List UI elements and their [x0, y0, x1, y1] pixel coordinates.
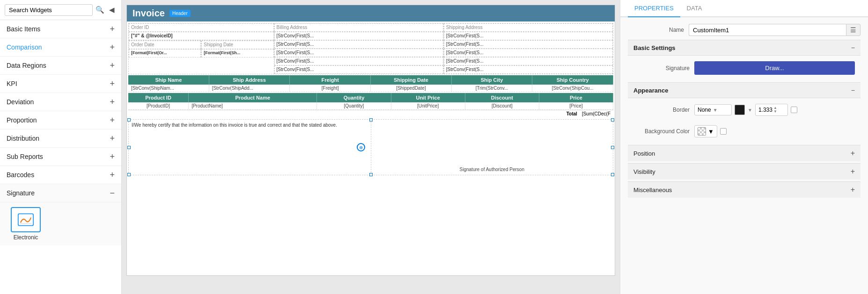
border-style-value: None [698, 107, 711, 113]
border-color-swatch[interactable] [735, 105, 745, 115]
order-date-label: Order Date [129, 41, 201, 49]
border-width-down[interactable]: ▼ [773, 110, 777, 114]
border-label: Border [633, 107, 690, 113]
border-width-input[interactable]: 1.333 ▲ ▼ [755, 104, 788, 116]
sidebar-item-sub-reports[interactable]: Sub Reports + [0, 148, 121, 166]
visibility-row[interactable]: Visibility + [628, 163, 861, 179]
move-handle[interactable]: ⊕ [357, 143, 365, 151]
sidebar-item-proportion[interactable]: Proportion + [0, 111, 121, 129]
sidebar-item-basic-items[interactable]: Basic Items + [0, 20, 121, 38]
selection-handle-bl[interactable] [127, 173, 131, 176]
background-color-label: Background Color [633, 128, 690, 135]
th-freight: Freight [290, 75, 371, 85]
selection-handle-tl[interactable] [127, 118, 131, 122]
search-input[interactable] [5, 4, 93, 16]
selection-handle-ml[interactable] [127, 146, 131, 149]
miscellaneous-expand-icon: + [851, 186, 855, 194]
billing-val-4: [StrConv(First(S... [274, 65, 443, 74]
border-color-chevron[interactable]: ▼ [748, 108, 752, 113]
sidebar-item-comparison[interactable]: Comparison + [0, 38, 121, 57]
right-panel: PROPERTIES DATA Name ☰ Basic Settings − … [620, 0, 868, 294]
border-checkbox[interactable] [791, 107, 797, 113]
sidebar-collapse-button[interactable]: ◀ [107, 4, 117, 16]
order-date-section: Order Date [Format(First(Or... [129, 41, 201, 57]
appearance-collapse-icon: − [851, 86, 855, 94]
sidebar-item-signature[interactable]: Signature − [0, 184, 121, 202]
sidebar-item-data-regions[interactable]: Data Regions + [0, 57, 121, 75]
name-section: Name ☰ [628, 24, 861, 36]
tab-data[interactable]: DATA [680, 0, 709, 17]
invoice-title: Invoice [132, 8, 165, 19]
background-color-button[interactable]: ▼ [694, 125, 717, 137]
sub-reports-add-button[interactable]: + [110, 152, 115, 161]
name-input[interactable] [689, 24, 846, 36]
signature-collapse-button[interactable]: − [110, 189, 115, 197]
ship-table: Ship Name Ship Address Freight Shipping … [128, 75, 613, 92]
sidebar-item-distribution[interactable]: Distribution + [0, 129, 121, 148]
draw-button[interactable]: Draw... [694, 61, 855, 75]
shipping-date-value: [Format(First(Sh... [201, 49, 273, 57]
border-style-chevron: ▼ [713, 108, 718, 113]
border-width-value: 1.333 [758, 107, 772, 113]
th-ship-address: Ship Address [209, 75, 290, 85]
sidebar-item-label: KPI [7, 80, 17, 87]
sidebar-item-label: Basic Items [7, 25, 40, 33]
billing-val-1: [StrConv(First(S... [274, 40, 443, 49]
signature-text: I/We hereby certify that the information… [129, 120, 371, 175]
sidebar-item-barcodes[interactable]: Barcodes + [0, 166, 121, 184]
svg-rect-0 [18, 214, 33, 225]
data-regions-add-button[interactable]: + [110, 61, 115, 70]
name-list-button[interactable]: ☰ [846, 24, 861, 36]
right-panel-content: Name ☰ Basic Settings − Signature Draw..… [620, 17, 868, 294]
deviation-add-button[interactable]: + [110, 98, 115, 106]
header-badge: Header [169, 10, 191, 17]
visibility-expand-icon: + [851, 167, 855, 176]
position-expand-icon: + [851, 149, 855, 158]
th-discount: Discount [465, 93, 539, 102]
kpi-add-button[interactable]: + [110, 79, 115, 88]
background-color-controls: ▼ [694, 125, 727, 137]
sidebar-item-deviation[interactable]: Deviation + [0, 93, 121, 111]
signature-authorized-label: Signature of Authorized Person [460, 167, 524, 172]
ship-table-header: Ship Name Ship Address Freight Shipping … [128, 75, 613, 85]
background-color-chevron: ▼ [708, 128, 714, 135]
border-controls: None ▼ ▼ 1.333 ▲ ▼ [694, 104, 855, 116]
background-color-checkbox[interactable] [720, 128, 727, 135]
sidebar-item-label: Comparison [7, 43, 42, 51]
signature-widget-label: Electronic [14, 234, 38, 241]
background-color-swatch [698, 127, 706, 136]
product-table-header: Product ID Product Name Quantity Unit Pr… [128, 93, 613, 102]
tab-properties[interactable]: PROPERTIES [628, 0, 680, 17]
shipping-val-1: [StrConv(First(S... [444, 40, 613, 49]
billing-address-section: Billing Address [StrConv(First(S... [Str… [274, 23, 444, 74]
td-ship-country: [StrConv(ShipCou... [532, 85, 613, 92]
basic-items-add-button[interactable]: + [110, 25, 115, 33]
appearance-title: Appearance [633, 87, 668, 94]
sidebar-item-label: Signature [7, 189, 35, 197]
shipping-val-0: [StrConv(First(S... [444, 32, 613, 40]
td-price: [Price] [539, 102, 613, 109]
miscellaneous-label: Miscellaneous [633, 186, 672, 194]
proportion-add-button[interactable]: + [110, 116, 115, 124]
barcodes-add-button[interactable]: + [110, 171, 115, 179]
billing-val-0: [StrConv(First(S... [274, 32, 443, 40]
th-product-name: Product Name [189, 93, 317, 102]
billing-address-label: Billing Address [274, 23, 443, 32]
ship-table-row: [StrConv(ShipNam... [StrConv(ShipAdd... … [128, 85, 613, 92]
product-table: Product ID Product Name Quantity Unit Pr… [128, 93, 613, 117]
sidebar: 🔍 ◀ Basic Items + Comparison + Data Regi… [0, 0, 122, 294]
appearance-header[interactable]: Appearance − [628, 82, 861, 98]
signature-area[interactable]: ⊕ I/We hereby certify that the informati… [128, 119, 613, 175]
border-style-select[interactable]: None ▼ [694, 104, 732, 115]
miscellaneous-row[interactable]: Miscellaneous + [628, 181, 861, 198]
search-icon-button[interactable]: 🔍 [96, 6, 104, 14]
basic-settings-header[interactable]: Basic Settings − [628, 40, 861, 56]
electronic-signature-widget[interactable]: Electronic [5, 207, 47, 241]
distribution-add-button[interactable]: + [110, 134, 115, 143]
invoice-canvas-container: Invoice Header Order ID ["#" & @InvoiceI… [126, 5, 615, 276]
position-row[interactable]: Position + [628, 145, 861, 161]
sidebar-item-kpi[interactable]: KPI + [0, 75, 121, 93]
td-freight: [Freight] [290, 85, 371, 92]
comparison-add-button[interactable]: + [110, 43, 115, 51]
signature-box: Signature of Authorized Person [371, 120, 613, 175]
